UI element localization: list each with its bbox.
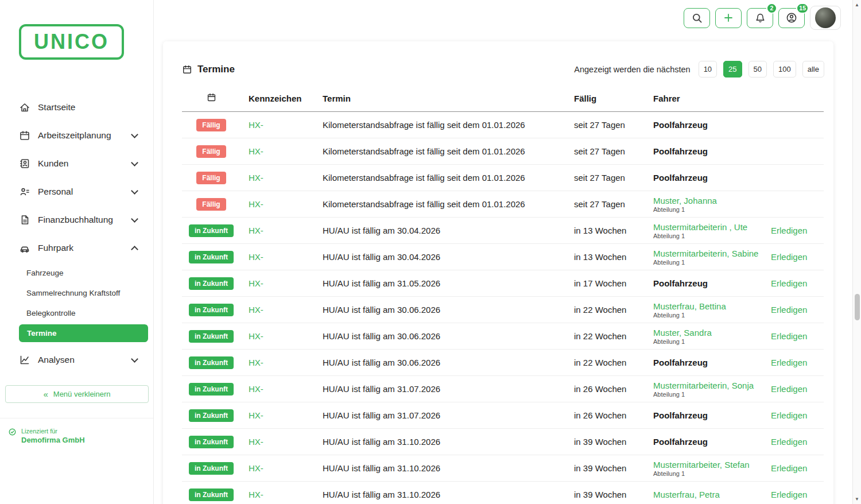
car-icon [19, 242, 30, 254]
user-menu[interactable] [810, 6, 841, 30]
header-action [763, 87, 824, 112]
kennzeichen-link[interactable]: HX- [249, 410, 263, 420]
search-icon [692, 13, 703, 24]
sidebar-item-fuhrpark[interactable]: Fuhrpark [0, 234, 153, 262]
subitem-label: Belegkontrolle [26, 309, 76, 317]
status-badge: in Zukunft [189, 224, 234, 237]
kennzeichen-link[interactable]: HX- [249, 226, 263, 235]
license-info: Lizenziert für Demofirma GmbH [8, 428, 153, 445]
page-size-option[interactable]: alle [802, 61, 824, 77]
termin-text: HU/AU ist fällig am 31.10.2026 [315, 482, 566, 504]
status-badge: Fällig [196, 119, 226, 131]
sidebar-item-personal[interactable]: Personal [0, 177, 153, 206]
search-button[interactable] [684, 8, 710, 28]
erledigen-link[interactable]: Erledigen [771, 305, 807, 315]
kennzeichen-link[interactable]: HX- [249, 278, 263, 288]
erledigen-link[interactable]: Erledigen [771, 226, 807, 235]
fahrer-name[interactable]: Musterfrau, Bettina [653, 301, 763, 311]
erledigen-link[interactable]: Erledigen [771, 490, 807, 499]
erledigen-link[interactable]: Erledigen [771, 384, 807, 394]
erledigen-link[interactable]: Erledigen [771, 437, 807, 447]
page-size-option[interactable]: 100 [773, 61, 796, 77]
header-fahrer[interactable]: Fahrer [645, 87, 763, 112]
abteilung-text: Abteilung 1 [653, 391, 763, 398]
fahrer-name[interactable]: Mustermitarbeiterin, Sonja [653, 381, 763, 390]
page-size-option[interactable]: 25 [723, 61, 742, 77]
sidebar-item-arbeitszeitplanung[interactable]: Arbeitszeitplanung [0, 121, 153, 149]
kennzeichen-link[interactable]: HX- [249, 305, 263, 315]
kennzeichen-link[interactable]: HX- [249, 120, 263, 130]
table-row: in Zukunft HX- HU/AU ist fällig am 31.10… [182, 429, 824, 455]
termin-text: HU/AU ist fällig am 31.10.2026 [315, 429, 566, 455]
unico-logo: UNICO [19, 24, 124, 60]
status-badge: in Zukunft [189, 251, 234, 263]
kennzeichen-link[interactable]: HX- [249, 384, 263, 394]
termin-text: Kilometerstandsabfrage ist fällig seit d… [315, 138, 566, 165]
erledigen-link[interactable]: Erledigen [771, 278, 807, 288]
kennzeichen-link[interactable]: HX- [249, 463, 263, 473]
erledigen-link[interactable]: Erledigen [771, 252, 807, 262]
sidebar-item-analysen[interactable]: Analysen [0, 346, 153, 374]
sidebar-item-finanzbuchhaltung[interactable]: Finanzbuchhaltung [0, 206, 153, 234]
kennzeichen-link[interactable]: HX- [249, 199, 263, 209]
faellig-text: seit 27 Tagen [566, 138, 645, 165]
table-row: in Zukunft HX- HU/AU ist fällig am 31.10… [182, 482, 824, 504]
fahrer-name: Poolfahrzeug [653, 120, 763, 130]
subitem-label: Termine [27, 329, 57, 338]
fahrer-name[interactable]: Muster, Sandra [653, 328, 763, 338]
table-row: in Zukunft HX- HU/AU ist fällig am 31.05… [182, 270, 824, 297]
page-size-option[interactable]: 50 [748, 61, 767, 77]
kennzeichen-link[interactable]: HX- [249, 252, 263, 262]
collapse-menu-button[interactable]: « Menü verkleinern [5, 385, 149, 403]
faellig-text: in 26 Wochen [566, 376, 645, 402]
faellig-text: seit 27 Tagen [566, 191, 645, 218]
sidebar-item-kunden[interactable]: Kunden [0, 149, 153, 177]
fahrer-name[interactable]: Mustermitarbeiterin , Ute [653, 222, 763, 232]
erledigen-link[interactable]: Erledigen [771, 358, 807, 367]
account-button[interactable]: 15 [778, 8, 805, 28]
erledigen-link[interactable]: Erledigen [771, 331, 807, 341]
window-scrollbar[interactable]: ▲ ▼ [852, 0, 861, 504]
sidebar-item-label: Fuhrpark [38, 243, 73, 253]
termin-text: Kilometerstandsabfrage ist fällig seit d… [315, 112, 566, 138]
scroll-down-arrow-icon[interactable]: ▼ [853, 495, 861, 503]
faellig-text: in 39 Wochen [566, 482, 645, 504]
kennzeichen-link[interactable]: HX- [249, 437, 263, 447]
sidebar-item-belegkontrolle[interactable]: Belegkontrolle [0, 303, 153, 323]
sidebar-item-fahrzeuge[interactable]: Fahrzeuge [0, 263, 153, 283]
kennzeichen-link[interactable]: HX- [249, 490, 263, 499]
faellig-text: in 22 Wochen [566, 323, 645, 350]
notifications-button[interactable]: 2 [747, 8, 773, 28]
termine-table-body: Fällig HX- Kilometerstandsabfrage ist fä… [182, 112, 824, 504]
faellig-text: seit 27 Tagen [566, 165, 645, 191]
fahrer-name[interactable]: Mustermitarbeiterin, Sabine [653, 249, 763, 258]
page-size-option[interactable]: 10 [699, 61, 717, 77]
status-badge: in Zukunft [189, 489, 234, 501]
kennzeichen-link[interactable]: HX- [249, 173, 263, 183]
termin-text: HU/AU ist fällig am 31.10.2026 [315, 455, 566, 482]
termin-text: Kilometerstandsabfrage ist fällig seit d… [315, 165, 566, 191]
sidebar-item-termine[interactable]: Termine [19, 324, 148, 342]
erledigen-link[interactable]: Erledigen [771, 410, 807, 420]
kennzeichen-link[interactable]: HX- [249, 146, 263, 156]
header-termin[interactable]: Termin [315, 87, 566, 112]
sidebar-item-sammelrechnung-kraftstoff[interactable]: Sammelrechnung Kraftstoff [0, 283, 153, 303]
sidebar-item-startseite[interactable]: Startseite [0, 93, 153, 121]
fahrer-name[interactable]: Mustermitarbeiter, Stefan [653, 460, 763, 470]
kennzeichen-link[interactable]: HX- [249, 331, 263, 341]
header-faellig[interactable]: Fällig [566, 87, 645, 112]
table-row: in Zukunft HX- HU/AU ist fällig am 30.06… [182, 350, 824, 376]
card-header: Termine Angezeigt werden die nächsten 10… [182, 61, 824, 77]
erledigen-link[interactable]: Erledigen [771, 463, 807, 473]
person-list-icon [19, 186, 30, 197]
scroll-up-arrow-icon[interactable]: ▲ [853, 1, 861, 9]
termin-text: HU/AU ist fällig am 30.06.2026 [315, 350, 566, 376]
fahrer-name[interactable]: Musterfrau, Petra [653, 490, 763, 499]
add-button[interactable] [715, 8, 742, 28]
table-row: in Zukunft HX- HU/AU ist fällig am 30.04… [182, 218, 824, 244]
scrollbar-thumb[interactable] [855, 294, 860, 320]
table-row: Fällig HX- Kilometerstandsabfrage ist fä… [182, 112, 824, 138]
kennzeichen-link[interactable]: HX- [249, 358, 263, 367]
fahrer-name[interactable]: Muster, Johanna [653, 196, 763, 206]
header-kennzeichen[interactable]: Kennzeichen [241, 87, 315, 112]
